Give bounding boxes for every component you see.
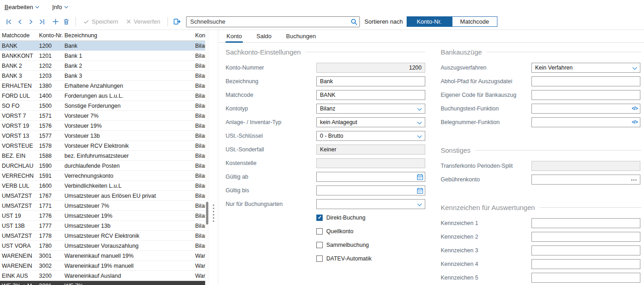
menu-bearbeiten[interactable]: Bearbeiten: [5, 4, 39, 10]
table-row[interactable]: DURCHLAU1590durchlaufende PostenBilanz: [0, 161, 205, 171]
table-row[interactable]: ERHALTEN1380Erhaltene AnzahlungenBilanz: [0, 81, 205, 91]
form-field-ust-schl-ssel: USt.-Schlüssel0 - Brutto: [226, 129, 425, 143]
input-buchungstext-funktion[interactable]: </>: [531, 104, 640, 114]
delete-record-button[interactable]: [61, 16, 72, 28]
field-label: Konto-Nummer: [226, 65, 316, 71]
table-row[interactable]: BANK 21202Bank 2Bilanz: [0, 61, 205, 71]
panel-splitter[interactable]: [209, 30, 218, 285]
table-row[interactable]: VORST 131577Vorsteuer 13bBilanz: [0, 131, 205, 141]
input-bezeichnung[interactable]: Bank: [316, 76, 425, 86]
cell-name: Umsatzsteuer Vorauszahlung: [63, 243, 193, 249]
cell-matchcode: UMSATZST: [0, 233, 37, 239]
input-transferkonto-perioden-split[interactable]: [531, 161, 640, 171]
code-icon[interactable]: </>: [632, 106, 638, 111]
cell-name: durchlaufende Posten: [63, 163, 193, 169]
code-icon[interactable]: </>: [632, 120, 638, 125]
cell-nr: 1577: [37, 133, 63, 139]
input-ust-schl-ssel[interactable]: 0 - Brutto: [316, 131, 425, 141]
last-record-button[interactable]: [36, 16, 47, 28]
input-belegnummer-funktion[interactable]: </>: [531, 117, 640, 127]
cell-nr: 1767: [37, 193, 63, 199]
field-label: Gültig bis: [226, 187, 316, 194]
discard-button[interactable]: Verwerfen: [122, 18, 164, 25]
checkbox-row-datev-automatik[interactable]: DATEV-Automatik: [226, 252, 425, 265]
checkbox-row-quellkonto[interactable]: Quellkonto: [226, 225, 425, 238]
previous-record-button[interactable]: [15, 16, 25, 28]
input-kennzeichen-3[interactable]: [531, 245, 640, 255]
input-eigener-code-f-r-bankauszug[interactable]: [531, 90, 640, 100]
cell-name: Wareneinkauf Ausland: [63, 273, 193, 279]
checkbox-label: Quellkonto: [326, 228, 354, 235]
table-scrollbar[interactable]: [205, 30, 209, 285]
input-ust-sonderfall[interactable]: Keiner: [316, 145, 425, 155]
field-label: Kennzeichen 4: [441, 261, 531, 267]
input-g-ltig-ab[interactable]: [316, 172, 425, 182]
input-kostenstelle[interactable]: [316, 158, 425, 168]
tab-konto[interactable]: Konto: [226, 30, 243, 42]
cell-nr: 1202: [37, 63, 63, 69]
cell-typ: Bilanz: [193, 213, 205, 219]
table-row[interactable]: VORST 71571Vorsteuer 7%Bilanz: [0, 111, 205, 121]
table-row[interactable]: UMSATZST1778Umsatzsteuer RCV ElektronikB…: [0, 231, 205, 241]
cell-matchcode: UMSATZST: [0, 203, 37, 209]
cell-matchcode: BEZ. EIN: [0, 153, 37, 159]
table-row[interactable]: EINK AUS3200Wareneinkauf AuslandWaren: [0, 271, 205, 281]
table-row[interactable]: UST 13B1777Umsatzsteuer 13bBilanz: [0, 221, 205, 231]
input-kennzeichen-1[interactable]: [531, 218, 640, 228]
table-row[interactable]: BANKKONT1201Bank 1Bilanz: [0, 51, 205, 61]
input-matchcode[interactable]: BANK: [316, 90, 425, 100]
tab-buchungen[interactable]: Buchungen: [285, 30, 317, 42]
input-geb-hrenkonto[interactable]: ...: [531, 175, 640, 185]
input-kennzeichen-2[interactable]: [531, 232, 640, 242]
checkbox-row-direkt-buchung[interactable]: Direkt-Buchung: [226, 211, 425, 225]
table-row[interactable]: VERB LUL1600Verbindlichkeiten L.u.LBilan…: [0, 181, 205, 191]
table-row[interactable]: VERRECHN1591VerrechnungskontoBilanz: [0, 171, 205, 181]
table-row[interactable]: VORST 191576Vorsteuer 19%Bilanz: [0, 121, 205, 131]
table-row[interactable]: WE 7% + M3301WE 7%: [0, 281, 205, 285]
checkbox-direkt-buchung[interactable]: [316, 215, 323, 221]
table-row[interactable]: UMSATZST1767Umsatzsteuer aus Erlösen EU …: [0, 191, 205, 201]
search-input[interactable]: [186, 16, 360, 27]
table-row[interactable]: SO FO1500Sonstige ForderungenBilanz: [0, 101, 205, 111]
checkbox-sammelbuchung[interactable]: [316, 242, 323, 248]
table-row[interactable]: WARENEIN3002Wareneinkauf 19% manuellWare…: [0, 261, 205, 271]
menu-info[interactable]: Info: [52, 4, 68, 10]
table-row[interactable]: BEZ. EIN1588bez. EinfuhrumsatzsteuerBila…: [0, 151, 205, 161]
input-g-ltig-bis[interactable]: [316, 185, 425, 195]
sort-option-matchcode[interactable]: Matchcode: [452, 16, 497, 27]
sort-option-konto-nr[interactable]: Konto-Nr.: [407, 16, 452, 27]
checkbox-row-sammelbuchung[interactable]: Sammelbuchung: [226, 238, 425, 252]
table-row[interactable]: VORSTEUE1578Vorsteuer RCV ElektronikBila…: [0, 141, 205, 151]
chevron-down-icon: [418, 134, 422, 138]
scrollbar-thumb[interactable]: [206, 202, 208, 225]
table-row[interactable]: UST 191776Umsatzsteuer 19%Bilanz: [0, 211, 205, 221]
cell-name: Umsatzsteuer 19%: [63, 213, 193, 219]
table-row[interactable]: UST VORA1780Umsatzsteuer VorauszahlungBi…: [0, 241, 205, 251]
table-row[interactable]: WARENEIN3001Wareneinkauf manuell 19%Ware…: [0, 251, 205, 261]
tab-saldo[interactable]: Saldo: [256, 30, 272, 42]
checkbox-datev-automatik[interactable]: [316, 255, 323, 262]
next-record-button[interactable]: [25, 16, 36, 28]
table-row[interactable]: FORD LUL1400Forderungen aus L.u.L.Bilanz: [0, 91, 205, 101]
cell-matchcode: DURCHLAU: [0, 163, 37, 169]
input-anlage-inventar-typ[interactable]: kein Anlagegut: [316, 117, 425, 127]
input-abhol-pfad-f-r-auszugsdatei[interactable]: [531, 76, 640, 86]
add-record-button[interactable]: [50, 16, 61, 28]
form-field-abhol-pfad-f-r-auszugsdatei: Abhol-Pfad für Auszugsdatei: [441, 75, 641, 88]
save-button[interactable]: Speichern: [79, 18, 122, 25]
input-auszugsverfahren[interactable]: Kein Verfahren: [531, 63, 640, 73]
input-nur-f-r-buchungsarten[interactable]: [316, 199, 425, 209]
ellipsis-button[interactable]: ...: [631, 175, 637, 182]
input-konto-nummer[interactable]: 1200: [316, 63, 425, 73]
input-kennzeichen-4[interactable]: [531, 259, 640, 269]
input-kennzeichen-5[interactable]: [531, 273, 640, 283]
cell-name: Bank 2: [63, 63, 193, 69]
checkbox-quellkonto[interactable]: [316, 228, 323, 235]
table-row[interactable]: BANK 31203Bank 3Bilanz: [0, 71, 205, 81]
post-document-button[interactable]: [172, 16, 182, 28]
first-record-button[interactable]: [4, 16, 15, 28]
table-row[interactable]: BANK1200BankBilanz: [0, 41, 205, 51]
chevron-down-icon: [418, 202, 422, 206]
table-row[interactable]: UMSATZST1771Umsatzsteuer 7%Bilanz: [0, 201, 205, 211]
input-kontotyp[interactable]: Bilanz: [316, 104, 425, 114]
